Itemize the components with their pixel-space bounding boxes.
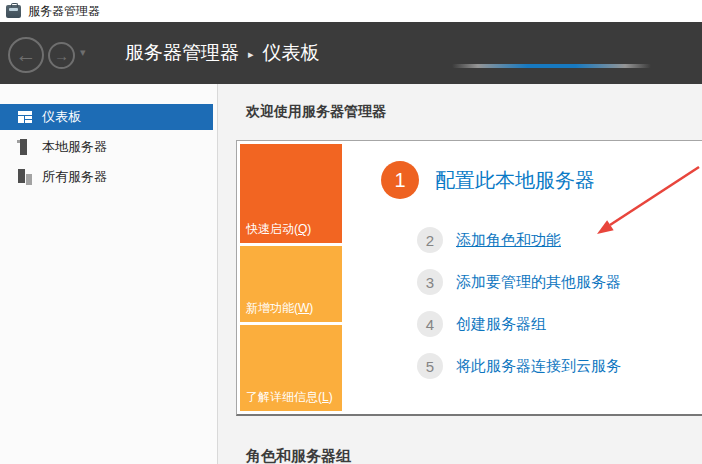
breadcrumb-current[interactable]: 仪表板	[263, 40, 320, 66]
tab-learn-more[interactable]: 了解详细信息(L)	[240, 325, 342, 411]
sidebar-item-label: 本地服务器	[42, 138, 107, 156]
tab-quick-start[interactable]: 快速启动(Q)	[240, 144, 342, 243]
welcome-tile-panel: 快速启动(Q) 新增功能(W) 了解详细信息(L) 1 配置此本地服务器 2 添…	[236, 140, 702, 416]
step-1-configure-local-server[interactable]: 配置此本地服务器	[435, 167, 595, 194]
tab-label: 新增功能(W)	[240, 300, 313, 322]
forward-button[interactable]: →	[48, 42, 75, 69]
step-5-connect-to-cloud-link[interactable]: 将此服务器连接到云服务	[456, 357, 621, 376]
back-arrow-icon: ←	[16, 43, 37, 67]
server-manager-icon	[6, 5, 21, 18]
sidebar-item-local-server[interactable]: 本地服务器	[0, 134, 212, 160]
refresh-progress-indicator	[452, 64, 651, 68]
back-button[interactable]: ←	[8, 37, 44, 73]
tab-label: 了解详细信息(L)	[240, 389, 333, 411]
welcome-title: 欢迎使用服务器管理器	[246, 103, 386, 121]
sidebar-item-dashboard[interactable]: 仪表板	[0, 104, 213, 130]
step-3-add-other-servers-link[interactable]: 添加要管理的其他服务器	[456, 273, 621, 292]
sidebar-item-label: 所有服务器	[42, 168, 107, 186]
step-4-create-server-group-link[interactable]: 创建服务器组	[456, 315, 546, 334]
server-manager-window: 服务器管理器 ← → ▾ 服务器管理器 ▸ 仪表板 仪表板 本地服务器	[0, 0, 702, 464]
step-2-badge: 2	[417, 227, 443, 253]
tab-whats-new[interactable]: 新增功能(W)	[240, 246, 342, 322]
forward-arrow-icon: →	[54, 47, 69, 64]
roles-and-server-groups-title: 角色和服务器组	[246, 447, 351, 464]
step-1-badge: 1	[381, 161, 419, 199]
history-dropdown-caret-icon[interactable]: ▾	[80, 46, 86, 59]
breadcrumb: 服务器管理器 ▸ 仪表板	[125, 22, 320, 84]
step-5-badge: 5	[417, 353, 443, 379]
dashboard-icon	[17, 109, 33, 125]
quick-start-tabs: 快速启动(Q) 新增功能(W) 了解详细信息(L)	[240, 144, 342, 411]
window-title: 服务器管理器	[28, 3, 100, 20]
sidebar: 仪表板 本地服务器 所有服务器	[0, 84, 218, 464]
local-server-icon	[17, 139, 33, 155]
sidebar-item-label: 仪表板	[42, 108, 81, 126]
step-3-badge: 3	[417, 269, 443, 295]
breadcrumb-separator-icon: ▸	[248, 46, 254, 61]
breadcrumb-root[interactable]: 服务器管理器	[125, 40, 239, 66]
navigation-bar: ← → ▾ 服务器管理器 ▸ 仪表板	[0, 22, 702, 84]
sidebar-item-all-servers[interactable]: 所有服务器	[0, 164, 212, 190]
title-bar: 服务器管理器	[0, 0, 702, 22]
step-2-add-roles-and-features-link[interactable]: 添加角色和功能	[456, 231, 561, 250]
tab-label: 快速启动(Q)	[240, 221, 311, 243]
step-4-badge: 4	[417, 311, 443, 337]
all-servers-icon	[17, 169, 33, 185]
